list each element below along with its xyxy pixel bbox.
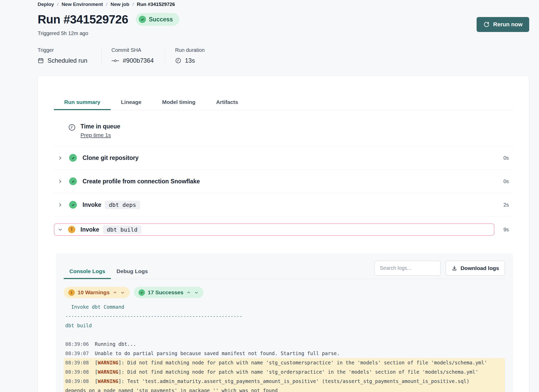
warnings-badge[interactable]: ! 10 Warnings <box>64 287 130 298</box>
tab-model-timing[interactable]: Model timing <box>152 99 206 110</box>
caret-down-icon[interactable] <box>120 290 125 295</box>
step-title: Invoke <box>80 226 99 233</box>
trigger-label: Trigger <box>38 47 89 53</box>
log-line: Invoke dbt Command <box>64 302 505 312</box>
step-invoke-dbt-deps[interactable]: Invoke dbt deps 2s <box>54 193 513 217</box>
log-line-warning: 08:39:08[WARNING]: Test 'test.admin_matu… <box>64 377 505 392</box>
tab-run-summary[interactable]: Run summary <box>54 99 111 110</box>
step-duration: 0s <box>497 155 509 161</box>
title-row: Run #341529726 Success <box>38 12 529 26</box>
step-invoke-dbt-build-header[interactable]: ! Invoke dbt build <box>54 223 494 236</box>
chevron-right-icon[interactable] <box>58 179 62 184</box>
step-command-chip: dbt deps <box>105 201 140 209</box>
triggered-timestamp: Triggered 5h 12m ago <box>38 30 529 36</box>
step-title: Create profile from connection Snowflake <box>83 178 200 185</box>
success-icon <box>69 154 77 162</box>
duration-value: 13s <box>185 57 195 64</box>
refresh-icon <box>483 21 490 28</box>
calendar-icon <box>38 58 44 64</box>
meta-commit: Commit SHA #900b7364 <box>101 47 165 64</box>
caret-up-icon[interactable] <box>112 290 117 295</box>
tab-console-logs[interactable]: Console Logs <box>64 268 111 279</box>
success-icon <box>69 201 77 209</box>
commit-icon <box>111 59 119 62</box>
duration-label: Run duration <box>175 47 205 53</box>
download-logs-button[interactable]: Download logs <box>446 261 505 276</box>
step-command-chip: dbt build <box>103 225 141 234</box>
breadcrumb-run: Run #341529726 <box>137 2 175 7</box>
successes-badge[interactable]: 17 Successes <box>134 287 203 298</box>
breadcrumb-separator: / <box>57 2 58 7</box>
logs-panel: Console Logs Debug Logs Download logs ! <box>56 253 513 392</box>
log-line <box>64 330 505 339</box>
logs-header: Console Logs Debug Logs Download logs <box>64 253 505 279</box>
breadcrumb-job[interactable]: New job <box>110 2 129 7</box>
log-line: 08:39:07Unable to do partial parsing bec… <box>64 349 505 358</box>
commit-value: #900b7364 <box>123 57 154 64</box>
run-tabs: Run summary Lineage Model timing Artifac… <box>54 99 513 110</box>
caret-up-icon[interactable] <box>186 290 191 295</box>
step-title: Invoke <box>83 201 101 208</box>
step-title: Clone git repository <box>83 154 138 161</box>
trigger-value: Scheduled run <box>47 57 87 64</box>
chevron-right-icon[interactable] <box>58 203 62 207</box>
logs-tabs: Console Logs Debug Logs <box>64 253 153 279</box>
log-line: ----------------------------------------… <box>64 312 505 321</box>
step-duration: 2s <box>497 202 509 208</box>
success-icon <box>69 177 77 185</box>
status-badge: Success <box>136 13 179 26</box>
log-filter-badges: ! 10 Warnings 17 Successes <box>64 287 505 298</box>
success-icon <box>138 289 145 296</box>
chevron-right-icon[interactable] <box>58 156 62 160</box>
rerun-now-button[interactable]: Rerun now <box>477 17 529 32</box>
time-in-queue-section: Time in queue Prep time 1s <box>54 110 513 146</box>
breadcrumb-separator: / <box>132 2 134 7</box>
breadcrumb-separator: / <box>106 2 107 7</box>
caret-down-icon[interactable] <box>194 290 199 295</box>
meta-trigger: Trigger Scheduled run <box>38 47 101 64</box>
breadcrumb: Deploy / New Environment / New job / Run… <box>38 1 529 7</box>
breadcrumb-deploy[interactable]: Deploy <box>38 2 54 7</box>
log-line: 08:39:06Running dbt... <box>64 339 505 349</box>
search-logs-input[interactable] <box>374 261 440 276</box>
prep-time-link[interactable]: Prep time 1s <box>80 132 111 138</box>
log-line-warning: 08:39:08[WARNING]: Did not find matching… <box>64 358 505 367</box>
status-label: Success <box>149 16 173 23</box>
meta-duration: Run duration 13s <box>165 47 217 64</box>
step-duration: 0s <box>497 178 509 184</box>
download-icon <box>452 265 457 271</box>
tab-lineage[interactable]: Lineage <box>111 99 152 110</box>
page-title: Run #341529726 <box>38 12 128 26</box>
console-log-output: Invoke dbt Command ---------------------… <box>64 302 505 392</box>
step-duration: 9s <box>497 227 509 233</box>
log-line: dbt build <box>64 321 505 330</box>
commit-label: Commit SHA <box>111 47 153 53</box>
success-icon <box>139 16 146 23</box>
run-summary-card: Run summary Lineage Model timing Artifac… <box>38 76 529 392</box>
download-logs-label: Download logs <box>461 265 499 271</box>
warning-icon: ! <box>68 289 75 296</box>
log-line-warning: 08:39:08[WARNING]: Did not find matching… <box>64 367 505 377</box>
step-invoke-dbt-build: ! Invoke dbt build 9s <box>54 217 513 242</box>
clock-icon <box>175 58 181 64</box>
clock-icon <box>68 124 76 138</box>
run-meta: Trigger Scheduled run Commit SHA #900b73… <box>38 47 529 64</box>
warnings-count: 10 Warnings <box>78 289 110 296</box>
queue-title: Time in queue <box>80 123 120 130</box>
logs-actions: Download logs <box>374 253 505 279</box>
step-create-profile[interactable]: Create profile from connection Snowflake… <box>54 170 513 193</box>
chevron-down-icon[interactable] <box>58 227 62 232</box>
warning-icon: ! <box>68 226 75 233</box>
breadcrumb-environment[interactable]: New Environment <box>62 2 103 7</box>
successes-count: 17 Successes <box>148 289 183 296</box>
tab-artifacts[interactable]: Artifacts <box>206 99 248 110</box>
tab-debug-logs[interactable]: Debug Logs <box>111 268 153 279</box>
step-clone-git-repository[interactable]: Clone git repository 0s <box>54 146 513 170</box>
run-detail-page: Deploy / New Environment / New job / Run… <box>0 0 539 392</box>
rerun-now-label: Rerun now <box>493 21 522 28</box>
